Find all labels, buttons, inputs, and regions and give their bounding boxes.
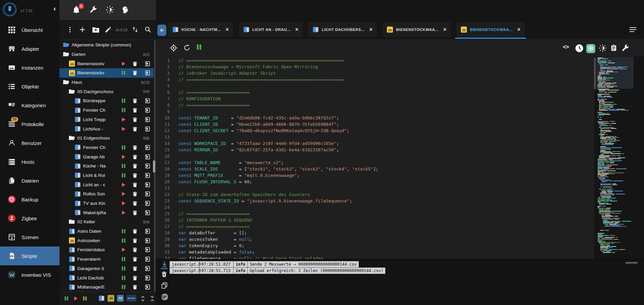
filter-running-button[interactable] xyxy=(73,296,78,302)
delete-script-button[interactable] xyxy=(131,182,138,188)
filter-rules-button[interactable]: RULES xyxy=(126,295,136,302)
tree-folder-row[interactable]: Haus0(12) xyxy=(59,78,154,87)
tree-menu-button[interactable] xyxy=(66,26,74,34)
export-script-button[interactable] xyxy=(144,246,151,253)
tree-script-row[interactable]: Licht Trepp xyxy=(59,115,154,124)
tree-script-row[interactable]: Feueralarm xyxy=(59,255,154,264)
sidebar-item-backup[interactable]: Backup xyxy=(0,190,59,209)
delete-script-button[interactable] xyxy=(131,163,138,169)
script-start-button[interactable] xyxy=(120,191,127,196)
script-pause-button[interactable] xyxy=(120,173,127,178)
add-folder-button[interactable] xyxy=(92,26,100,34)
export-script-button[interactable] xyxy=(144,200,151,206)
delete-script-button[interactable] xyxy=(131,191,138,197)
script-tab[interactable]: LICHT DACHÜBERS...× xyxy=(308,22,377,37)
close-tab-icon[interactable]: × xyxy=(443,27,446,33)
delete-script-button[interactable] xyxy=(131,107,138,113)
script-tab[interactable]: JSBIENENSTOCKWAA...× xyxy=(456,22,525,37)
script-pause-button[interactable] xyxy=(120,108,127,113)
search-scripts-button[interactable] xyxy=(144,26,152,34)
tree-script-row[interactable]: Müllansage/E xyxy=(59,282,154,292)
delete-script-button[interactable] xyxy=(131,117,138,122)
tree-script-row[interactable]: Garage Ab xyxy=(59,152,154,161)
tree-folder-row[interactable]: Garten0(2) xyxy=(59,50,154,59)
export-script-button[interactable] xyxy=(144,154,151,160)
tree-script-row[interactable]: JSBienenstockv xyxy=(59,68,154,78)
tab-menu-icon[interactable] xyxy=(629,27,637,32)
export-script-button[interactable] xyxy=(144,228,151,234)
tree-script-row[interactable]: Licht Dachüb xyxy=(59,273,154,282)
tree-folder-row[interactable]: Allgemeine Skripte (common) xyxy=(59,40,154,50)
tree-script-row[interactable]: WakeUpRa xyxy=(59,208,154,217)
script-start-button[interactable] xyxy=(120,201,127,206)
export-script-button[interactable] xyxy=(144,237,151,244)
script-pause-button[interactable] xyxy=(120,98,127,103)
tree-script-row[interactable]: TV aus Kin xyxy=(59,199,154,208)
sidebar-item-benutzer[interactable]: Benutzer xyxy=(0,134,59,152)
export-script-button[interactable] xyxy=(144,191,151,197)
pause-script-button[interactable] xyxy=(196,44,202,51)
tree-script-row[interactable]: LichtAus - xyxy=(59,124,154,134)
reload-script-button[interactable] xyxy=(183,44,191,53)
delete-script-button[interactable] xyxy=(131,275,138,281)
close-tab-icon[interactable]: × xyxy=(517,27,520,33)
export-script-button[interactable] xyxy=(144,98,151,104)
tree-script-row[interactable]: JSBienenstockv xyxy=(59,59,154,68)
sidebar-item-protokolle[interactable]: 20Protokolle xyxy=(0,115,59,134)
tree-folder-row[interactable]: 00 Dachgeschoss0(4) xyxy=(59,87,154,96)
delete-script-button[interactable] xyxy=(131,228,138,234)
script-pause-button[interactable] xyxy=(120,145,127,150)
script-pause-button[interactable] xyxy=(120,284,127,290)
collapse-all-button[interactable] xyxy=(149,295,156,303)
tree-script-row[interactable]: Fenster Ch xyxy=(59,106,154,115)
export-script-button[interactable] xyxy=(144,163,151,169)
script-start-button[interactable] xyxy=(120,117,127,122)
filter-problem-button[interactable] xyxy=(82,296,87,302)
clear-log-button[interactable] xyxy=(161,271,167,279)
sidebar-item-kategorien[interactable]: Kategorien xyxy=(0,96,59,115)
sidebar-item-szenen[interactable]: Szenen xyxy=(0,228,59,246)
export-script-button[interactable] xyxy=(144,126,151,132)
export-script-button[interactable] xyxy=(144,172,151,179)
script-pause-button[interactable] xyxy=(120,275,127,280)
sidebar-item-uebersicht[interactable]: Übersicht xyxy=(0,21,59,39)
copy-code-button[interactable] xyxy=(610,44,617,53)
filter-paused-button[interactable] xyxy=(64,296,69,302)
code-editor[interactable]: 1// ====================================… xyxy=(156,56,594,259)
show-code-button[interactable]: <> xyxy=(563,43,569,50)
delete-script-button[interactable] xyxy=(131,126,138,132)
delete-script-button[interactable] xyxy=(131,173,138,178)
tree-script-row[interactable]: Fensterstatus xyxy=(59,245,154,255)
script-pause-button[interactable] xyxy=(120,163,127,168)
script-settings-button[interactable] xyxy=(621,44,629,53)
export-script-button[interactable] xyxy=(144,107,151,113)
script-pause-button[interactable] xyxy=(120,229,127,234)
user-menu-button[interactable] xyxy=(122,6,130,14)
collapse-sidebar-icon[interactable]: ‹ xyxy=(53,5,56,12)
script-start-button[interactable] xyxy=(120,126,127,131)
tree-script-row[interactable]: Garagentor ö xyxy=(59,264,154,273)
delete-script-button[interactable] xyxy=(131,210,138,216)
script-history-button[interactable] xyxy=(575,44,583,54)
edit-script-button[interactable] xyxy=(105,26,113,34)
copy-log-button[interactable] xyxy=(161,282,168,290)
delete-script-button[interactable] xyxy=(131,200,138,206)
export-script-button[interactable] xyxy=(144,256,151,262)
delete-script-button[interactable] xyxy=(131,70,138,76)
export-script-button[interactable] xyxy=(144,61,151,67)
export-script-button[interactable] xyxy=(144,275,151,281)
sidebar-item-adapter[interactable]: Adapter xyxy=(0,39,59,58)
export-script-button[interactable] xyxy=(144,144,151,151)
sidebar-item-instanzen[interactable]: Instanzen xyxy=(0,58,59,77)
script-tab[interactable]: KÜCHE - NACHTM...× xyxy=(168,22,233,37)
ai-assistant-button[interactable] xyxy=(586,44,595,54)
script-pause-button[interactable] xyxy=(120,238,127,243)
delete-script-button[interactable] xyxy=(131,145,138,150)
script-pause-button[interactable] xyxy=(120,257,127,262)
log-scrollbar-thumb[interactable] xyxy=(626,262,638,264)
export-script-button[interactable] xyxy=(144,265,151,272)
delete-script-button[interactable] xyxy=(131,284,138,290)
sidebar-item-skripte[interactable]: Skripte xyxy=(0,246,59,265)
delete-script-button[interactable] xyxy=(131,256,138,262)
filter-blockly-button[interactable] xyxy=(98,295,105,303)
